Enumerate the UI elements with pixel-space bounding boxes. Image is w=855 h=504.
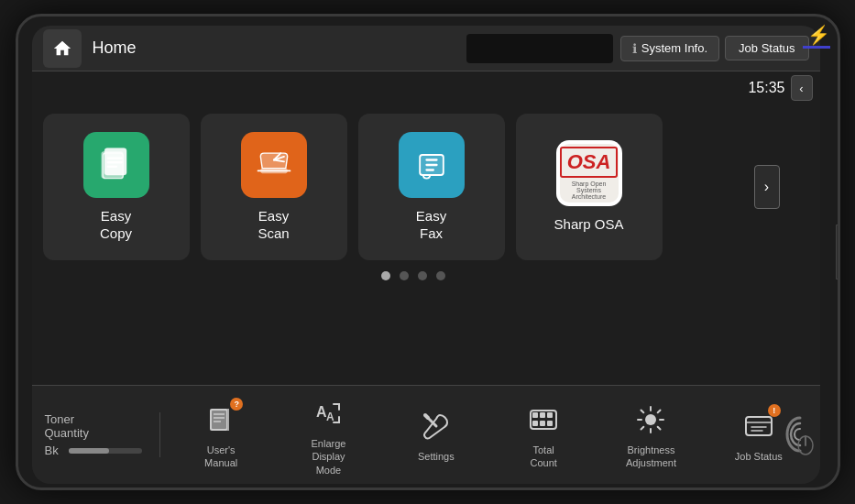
time-row: 15:35 ‹ (32, 71, 820, 103)
osa-icon: OSA Sharp Open Systems Architecture (556, 140, 622, 206)
fax-icon (399, 132, 465, 198)
system-info-label: System Info. (641, 41, 707, 55)
bottom-toolbar: TonerQuantity Bk (32, 385, 820, 484)
side-button[interactable] (836, 225, 840, 279)
job-status-button[interactable]: Job Status (725, 36, 808, 60)
svg-rect-29 (547, 412, 553, 418)
total-count-icon-wrap (523, 400, 564, 440)
counter-icon (529, 405, 558, 434)
users-manual-label: User's Manual (204, 444, 237, 470)
enlarge-display-label: Enlarge Display Mode (312, 437, 346, 477)
svg-line-38 (641, 411, 644, 413)
scan-icon (241, 132, 307, 198)
total-count-button[interactable]: Total Count (510, 396, 576, 474)
brightness-icon (636, 405, 665, 434)
sharp-osa-tile[interactable]: OSA Sharp Open Systems Architecture Shar… (516, 114, 663, 260)
svg-rect-30 (532, 421, 538, 426)
device-frame: ⚡ Home ℹ System Info. Job Status 15:35 ‹ (16, 14, 840, 490)
enlarge-display-icon-wrap: A A (308, 393, 348, 433)
easy-scan-label: Easy Scan (258, 207, 289, 243)
copy-icon (83, 132, 149, 198)
toner-bar-background (69, 448, 142, 454)
svg-rect-42 (746, 417, 772, 435)
brightness-icon-wrap (630, 400, 671, 440)
home-icon (52, 38, 72, 59)
easy-scan-tile[interactable]: Easy Scan (201, 114, 347, 260)
settings-button[interactable]: Settings (403, 402, 469, 466)
jobstatus-icon (744, 411, 773, 441)
time-display: 15:35 (748, 80, 784, 96)
book-icon (206, 405, 236, 434)
svg-rect-8 (257, 170, 290, 171)
svg-rect-32 (547, 421, 553, 426)
users-manual-badge: ? (230, 398, 243, 411)
pagination-dot-2[interactable] (400, 271, 409, 280)
corner-status-line (803, 46, 830, 49)
toner-row: Bk (45, 444, 148, 457)
easy-copy-label: Easy Copy (100, 207, 132, 243)
users-manual-icon-wrap: ? (201, 400, 241, 440)
enlarge-icon: A A (313, 399, 343, 428)
search-bar (466, 34, 613, 63)
nfc-icon (784, 411, 817, 456)
job-status-icon-wrap: ! (739, 406, 779, 446)
easy-copy-tile[interactable]: Easy Copy (43, 114, 190, 260)
job-status-badge: ! (768, 404, 781, 417)
toolbar-items-container: ? User's Manual A A (170, 389, 811, 480)
nav-right-button[interactable]: › (754, 165, 780, 209)
svg-point-33 (645, 414, 656, 425)
toner-section: TonerQuantity Bk (41, 412, 160, 457)
total-count-label: Total Count (530, 444, 556, 470)
svg-line-40 (658, 411, 661, 413)
svg-rect-17 (212, 411, 226, 429)
toner-title: TonerQuantity (45, 412, 148, 440)
easy-fax-tile[interactable]: Easy Fax (358, 114, 505, 260)
toner-bar-fill (69, 448, 109, 454)
page-title: Home (93, 38, 466, 58)
main-screen: Home ℹ System Info. Job Status 15:35 ‹ (32, 26, 820, 484)
users-manual-button[interactable]: ? User's Manual (188, 396, 254, 474)
svg-rect-2 (101, 151, 123, 178)
enlarge-display-button[interactable]: A A Enlarge Display Mode (295, 389, 361, 480)
header-bar: Home ℹ System Info. Job Status (32, 26, 820, 71)
job-status-label: Job Status (739, 41, 795, 55)
wrench-icon (422, 411, 451, 441)
svg-rect-27 (532, 412, 538, 418)
job-status-bottom-button[interactable]: ! Job Status (726, 402, 792, 466)
toner-label: Bk (45, 444, 61, 457)
nfc-icon-area (784, 411, 817, 460)
main-content-area: Easy Copy (32, 103, 820, 288)
pagination-dot-3[interactable] (418, 271, 427, 280)
nav-left-button[interactable]: ‹ (791, 75, 813, 101)
svg-line-39 (658, 427, 661, 430)
svg-line-41 (641, 427, 644, 430)
sharp-osa-label: Sharp OSA (554, 215, 624, 234)
info-icon: ℹ (632, 41, 637, 56)
settings-label: Settings (418, 450, 455, 463)
svg-rect-28 (540, 412, 545, 418)
svg-rect-31 (540, 421, 545, 426)
brightness-label: Brightness Adjustment (626, 444, 676, 470)
job-status-bottom-label: Job Status (735, 450, 783, 463)
pagination-dot-4[interactable] (436, 271, 445, 280)
svg-line-25 (425, 415, 428, 418)
home-button[interactable] (43, 29, 82, 68)
settings-icon-wrap (416, 406, 456, 446)
pagination-dot-1[interactable] (381, 271, 390, 280)
svg-text:A: A (326, 411, 334, 423)
app-grid: Easy Copy (43, 110, 784, 264)
easy-fax-label: Easy Fax (416, 207, 446, 243)
corner-status-icon: ⚡ (807, 24, 830, 46)
app-area: Easy Copy (43, 110, 784, 264)
brightness-button[interactable]: Brightness Adjustment (618, 396, 684, 474)
pagination-dots (43, 264, 784, 284)
system-info-button[interactable]: ℹ System Info. (620, 36, 719, 61)
